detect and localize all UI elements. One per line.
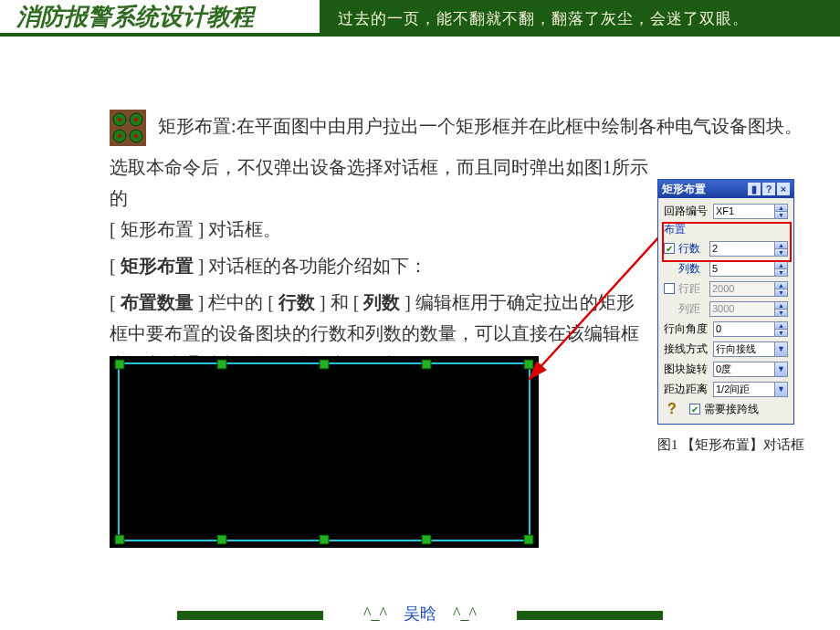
coldist-field: 3000 ▲▼	[709, 301, 788, 317]
svg-point-8	[134, 134, 138, 138]
slide-footer: ^_^ 吴晗 ^_^	[0, 603, 840, 625]
svg-rect-15	[115, 535, 124, 544]
loop-field[interactable]: XF1 ▲▼	[713, 204, 788, 219]
rotate-field[interactable]: 0度 ▼	[713, 362, 788, 377]
pd-b1: 布置数量	[121, 292, 194, 312]
rowdist-label: 行距	[678, 281, 709, 297]
wire-value: 行向接线	[716, 342, 756, 356]
para-b: [ 矩形布置 ] 对话框。	[110, 219, 281, 239]
dialog-body: 回路编号 XF1 ▲▼ 布置 ✔ 行数 2 ▲▼ 列数 5 ▲▼ 行	[658, 198, 793, 424]
cols-field[interactable]: 5 ▲▼	[709, 261, 788, 277]
rows-label: 行数	[678, 241, 709, 257]
svg-point-7	[118, 134, 121, 138]
edge-label: 距边距离	[664, 382, 713, 397]
coldist-label: 列距	[678, 301, 709, 317]
rows-checkbox[interactable]: ✔	[664, 243, 675, 254]
wire-row: 接线方式 行向接线 ▼	[664, 340, 788, 358]
rowdist-checkbox[interactable]	[664, 283, 675, 294]
pin-icon[interactable]: ▮	[748, 183, 761, 195]
cols-value: 5	[712, 263, 718, 274]
spin-icon: ▲▼	[774, 282, 787, 296]
svg-point-6	[134, 118, 138, 121]
rowangle-field[interactable]: 0 ▲▼	[713, 321, 788, 337]
spin-icon[interactable]: ▲▼	[774, 322, 787, 336]
rect-layout-dialog: 矩形布置 ▮ ? × 回路编号 XF1 ▲▼ 布置 ✔ 行数 2 ▲▼ 列数	[657, 179, 794, 425]
svg-rect-10	[115, 360, 124, 369]
cols-row: 列数 5 ▲▼	[664, 259, 788, 278]
help-row: ? ✔ 需要接跨线	[664, 400, 788, 418]
intro-line: 矩形布置:在平面图中由用户拉出一个矩形框并在此框中绘制各种电气设备图块。	[110, 110, 822, 146]
svg-rect-18	[422, 535, 431, 544]
device-grid-icon	[110, 110, 146, 146]
cross-label: 需要接跨线	[704, 402, 759, 417]
course-title: 消防报警系统设计教程	[0, 0, 320, 37]
spin-icon[interactable]: ▲▼	[774, 205, 787, 218]
loop-label: 回路编号	[664, 204, 713, 219]
paragraph-1: 选取本命令后，不仅弹出设备选择对话框，而且同时弹出如图1所示的 [ 矩形布置 ]…	[110, 152, 648, 245]
svg-rect-17	[320, 535, 329, 544]
svg-rect-16	[217, 535, 226, 544]
svg-rect-19	[524, 535, 533, 544]
rows-value: 2	[712, 243, 718, 254]
rowangle-value: 0	[716, 323, 721, 334]
dialog-titlebar[interactable]: 矩形布置 ▮ ? ×	[658, 180, 793, 198]
spin-icon: ▲▼	[774, 302, 787, 316]
dialog-title: 矩形布置	[662, 182, 706, 197]
paragraph-2: [ 矩形布置 ] 对话框的各功能介绍如下：	[110, 250, 648, 281]
coldist-value: 3000	[712, 303, 734, 314]
pc-b1: 矩形布置	[121, 256, 194, 276]
pd2: ] 栏中的 [	[194, 292, 278, 312]
pd-b2: 行数	[278, 292, 315, 312]
slide-header: 消防报警系统设计教程 过去的一页，能不翻就不翻，翻落了灰尘，会迷了双眼。	[0, 0, 840, 37]
rowdist-value: 2000	[712, 283, 734, 294]
spin-icon[interactable]: ▲▼	[774, 242, 787, 256]
rows-row: ✔ 行数 2 ▲▼	[664, 239, 788, 257]
rotate-value: 0度	[716, 362, 731, 376]
rotate-row: 图块旋转 0度 ▼	[664, 360, 788, 378]
cad-preview	[110, 356, 539, 548]
rowangle-label: 行向角度	[664, 321, 713, 337]
edge-field[interactable]: 1/2间距 ▼	[713, 382, 788, 397]
rowangle-row: 行向角度 0 ▲▼	[664, 320, 788, 338]
close-icon[interactable]: ×	[777, 183, 790, 195]
wire-field[interactable]: 行向接线 ▼	[713, 341, 788, 357]
pd1: [	[110, 292, 121, 312]
rotate-label: 图块旋转	[664, 362, 713, 377]
coldist-row: 列距 3000 ▲▼	[664, 299, 788, 318]
question-icon[interactable]: ?	[664, 401, 680, 417]
para-a: 选取本命令后，不仅弹出设备选择对话框，而且同时弹出如图1所示的	[110, 157, 648, 208]
footer-bar-right	[517, 611, 663, 620]
chevron-down-icon[interactable]: ▼	[774, 362, 787, 376]
footer-author: 吴晗	[404, 604, 436, 623]
svg-rect-13	[422, 360, 431, 369]
group-label: 布置	[664, 222, 788, 237]
edge-value: 1/2间距	[716, 383, 750, 396]
loop-value: XF1	[716, 205, 734, 216]
loop-row: 回路编号 XF1 ▲▼	[664, 202, 788, 220]
footer-smile-l: ^_^	[363, 604, 387, 623]
footer-bar-left	[177, 611, 323, 620]
pc-pre: [	[110, 256, 121, 276]
footer-smile-r: ^_^	[453, 604, 477, 623]
rows-field[interactable]: 2 ▲▼	[709, 241, 788, 257]
svg-rect-11	[217, 360, 226, 369]
chevron-down-icon[interactable]: ▼	[774, 342, 787, 356]
edge-row: 距边距离 1/2间距 ▼	[664, 380, 788, 398]
pc-post: ] 对话框的各功能介绍如下：	[194, 256, 428, 276]
help-icon[interactable]: ?	[762, 183, 775, 195]
svg-rect-14	[524, 360, 533, 369]
intro-text: :在平面图中由用户拉出一个矩形框并在此框中绘制各种电气设备图块。	[231, 116, 803, 136]
rowdist-row: 行距 2000 ▲▼	[664, 279, 788, 298]
intro-label: 矩形布置	[158, 116, 231, 136]
cols-label: 列数	[678, 261, 709, 277]
svg-rect-9	[119, 363, 530, 541]
figure-caption: 图1 【矩形布置】对话框	[657, 436, 813, 454]
cross-checkbox[interactable]: ✔	[689, 404, 700, 415]
svg-point-5	[118, 118, 121, 121]
pd-b3: 列数	[363, 292, 400, 312]
header-motto: 过去的一页，能不翻就不翻，翻落了灰尘，会迷了双眼。	[320, 0, 840, 37]
svg-rect-12	[320, 360, 329, 369]
spin-icon[interactable]: ▲▼	[774, 262, 787, 276]
pd3: ] 和 [	[315, 292, 363, 312]
chevron-down-icon[interactable]: ▼	[774, 383, 787, 396]
